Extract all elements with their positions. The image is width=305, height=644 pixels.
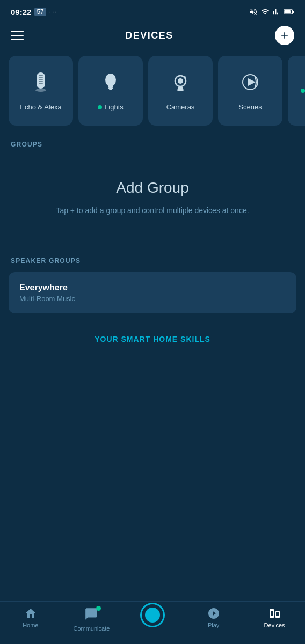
bottom-nav: Home Communicate Play Devices: [0, 601, 305, 644]
skills-link-text[interactable]: YOUR SMART HOME SKILLS: [95, 335, 210, 343]
home-icon: [24, 607, 37, 620]
status-badge: 57: [34, 8, 46, 16]
svg-point-18: [184, 76, 186, 78]
svg-point-10: [105, 74, 116, 86]
nav-devices[interactable]: Devices: [253, 607, 296, 628]
status-time: 09:22: [11, 8, 31, 17]
add-group-area: Add Group Tap + to add a group and contr…: [0, 152, 305, 248]
scenes-label-wrap: Scenes: [238, 103, 262, 111]
nav-communicate[interactable]: Communicate: [70, 607, 113, 632]
mute-icon: [249, 8, 258, 16]
alexa-dot: [145, 608, 160, 623]
svg-rect-17: [177, 89, 184, 91]
status-bar: 09:22 57 ···: [0, 0, 305, 21]
alexa-ring: [140, 603, 165, 627]
speaker-groups-section-label: SPEAKER GROUPS: [0, 248, 305, 269]
svg-rect-6: [39, 79, 43, 80]
battery-icon: [284, 9, 294, 15]
device-categories: Echo & Alexa Lights: [0, 53, 305, 132]
svg-rect-13: [109, 89, 112, 90]
svg-rect-11: [108, 86, 113, 87]
nav-play[interactable]: Play: [192, 607, 235, 628]
nav-alexa[interactable]: [131, 607, 174, 627]
svg-rect-4: [39, 75, 43, 76]
svg-rect-7: [39, 81, 43, 82]
all-label-wrap: [301, 89, 306, 93]
page-header: DEVICES: [0, 21, 305, 53]
svg-rect-8: [39, 83, 43, 84]
play-icon: [207, 607, 220, 620]
svg-rect-12: [108, 87, 113, 89]
nav-home-label: Home: [23, 622, 38, 628]
echo-label-wrap: Echo & Alexa: [20, 103, 61, 111]
echo-device-icon: [29, 70, 53, 99]
speaker-group-name: Everywhere: [19, 283, 286, 292]
category-lights[interactable]: Lights: [78, 56, 143, 126]
add-group-title: Add Group: [116, 179, 188, 196]
cameras-label: Cameras: [166, 103, 195, 111]
svg-rect-2: [284, 10, 291, 13]
nav-play-label: Play: [208, 622, 219, 628]
communicate-badge-dot: [96, 606, 101, 611]
speaker-group-subtitle: Multi-Room Music: [19, 295, 286, 303]
svg-marker-20: [248, 78, 256, 86]
menu-button[interactable]: [11, 31, 24, 40]
echo-label: Echo & Alexa: [20, 103, 61, 111]
all-status-dot: [301, 89, 305, 93]
lights-status-dot: [98, 105, 102, 109]
communicate-badge-wrap: [84, 607, 98, 623]
scenes-device-icon: [238, 70, 262, 99]
svg-point-9: [35, 89, 46, 92]
add-device-button[interactable]: [275, 26, 294, 45]
lights-device-icon: [99, 70, 122, 99]
devices-icon: [268, 607, 281, 620]
category-all[interactable]: [288, 56, 305, 126]
lights-label: Lights: [105, 103, 124, 111]
nav-communicate-label: Communicate: [73, 625, 110, 632]
status-dots: ···: [49, 8, 58, 16]
speaker-group-everywhere[interactable]: Everywhere Multi-Room Music: [9, 272, 296, 313]
scenes-label: Scenes: [238, 103, 262, 111]
category-echo[interactable]: Echo & Alexa: [9, 56, 73, 126]
svg-rect-1: [293, 11, 295, 13]
skills-link-area: YOUR SMART HOME SKILLS: [0, 322, 305, 365]
status-icons: [249, 8, 294, 16]
svg-rect-5: [39, 77, 43, 78]
groups-section-label: GROUPS: [0, 132, 305, 152]
category-scenes[interactable]: Scenes: [218, 56, 282, 126]
page-title: DEVICES: [125, 30, 173, 41]
add-group-subtitle: Tap + to add a group and control multipl…: [56, 205, 249, 216]
category-cameras[interactable]: Cameras: [148, 56, 213, 126]
lights-label-wrap: Lights: [98, 103, 124, 111]
nav-home[interactable]: Home: [9, 607, 52, 628]
wifi-icon: [261, 8, 270, 16]
svg-point-15: [178, 78, 183, 84]
cameras-label-wrap: Cameras: [166, 103, 195, 111]
nav-devices-label: Devices: [264, 622, 285, 628]
cameras-device-icon: [169, 70, 192, 99]
signal-icon: [273, 8, 280, 16]
